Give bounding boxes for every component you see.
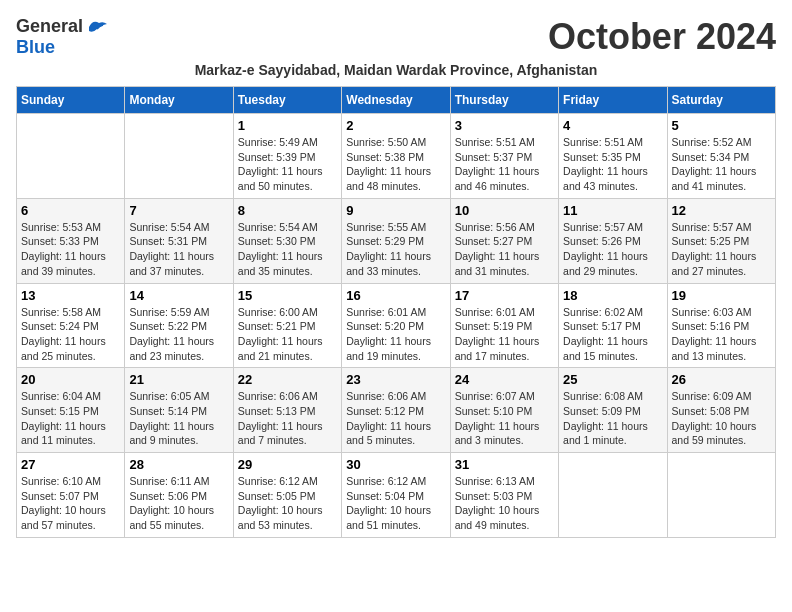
header-monday: Monday	[125, 87, 233, 114]
calendar-cell: 17 Sunrise: 6:01 AM Sunset: 5:19 PM Dayl…	[450, 283, 558, 368]
day-sunrise: Sunrise: 6:01 AM	[346, 306, 426, 318]
page-header: General Blue October 2024	[16, 16, 776, 58]
day-daylight: Daylight: 10 hours and 53 minutes.	[238, 504, 323, 531]
day-number: 3	[455, 118, 554, 133]
calendar-cell: 14 Sunrise: 5:59 AM Sunset: 5:22 PM Dayl…	[125, 283, 233, 368]
calendar-cell: 12 Sunrise: 5:57 AM Sunset: 5:25 PM Dayl…	[667, 198, 775, 283]
day-daylight: Daylight: 11 hours and 39 minutes.	[21, 250, 106, 277]
calendar-cell: 19 Sunrise: 6:03 AM Sunset: 5:16 PM Dayl…	[667, 283, 775, 368]
day-sunrise: Sunrise: 6:11 AM	[129, 475, 209, 487]
day-sunset: Sunset: 5:07 PM	[21, 490, 99, 502]
day-daylight: Daylight: 11 hours and 50 minutes.	[238, 165, 323, 192]
day-sunrise: Sunrise: 6:01 AM	[455, 306, 535, 318]
day-sunset: Sunset: 5:35 PM	[563, 151, 641, 163]
calendar-cell: 26 Sunrise: 6:09 AM Sunset: 5:08 PM Dayl…	[667, 368, 775, 453]
day-daylight: Daylight: 11 hours and 41 minutes.	[672, 165, 757, 192]
day-number: 31	[455, 457, 554, 472]
calendar-cell: 5 Sunrise: 5:52 AM Sunset: 5:34 PM Dayli…	[667, 114, 775, 199]
day-sunset: Sunset: 5:06 PM	[129, 490, 207, 502]
day-sunset: Sunset: 5:16 PM	[672, 320, 750, 332]
day-sunset: Sunset: 5:19 PM	[455, 320, 533, 332]
day-sunset: Sunset: 5:26 PM	[563, 235, 641, 247]
day-daylight: Daylight: 11 hours and 33 minutes.	[346, 250, 431, 277]
calendar-cell: 8 Sunrise: 5:54 AM Sunset: 5:30 PM Dayli…	[233, 198, 341, 283]
day-number: 16	[346, 288, 445, 303]
day-number: 18	[563, 288, 662, 303]
day-number: 12	[672, 203, 771, 218]
week-row-4: 20 Sunrise: 6:04 AM Sunset: 5:15 PM Dayl…	[17, 368, 776, 453]
day-daylight: Daylight: 11 hours and 27 minutes.	[672, 250, 757, 277]
day-sunrise: Sunrise: 6:03 AM	[672, 306, 752, 318]
day-sunrise: Sunrise: 6:00 AM	[238, 306, 318, 318]
day-number: 19	[672, 288, 771, 303]
day-sunset: Sunset: 5:25 PM	[672, 235, 750, 247]
logo-general: General	[16, 16, 83, 37]
day-daylight: Daylight: 11 hours and 19 minutes.	[346, 335, 431, 362]
day-number: 7	[129, 203, 228, 218]
day-sunrise: Sunrise: 5:56 AM	[455, 221, 535, 233]
day-sunset: Sunset: 5:17 PM	[563, 320, 641, 332]
day-number: 23	[346, 372, 445, 387]
day-daylight: Daylight: 11 hours and 46 minutes.	[455, 165, 540, 192]
day-sunrise: Sunrise: 6:13 AM	[455, 475, 535, 487]
calendar-cell: 25 Sunrise: 6:08 AM Sunset: 5:09 PM Dayl…	[559, 368, 667, 453]
day-sunset: Sunset: 5:29 PM	[346, 235, 424, 247]
day-number: 5	[672, 118, 771, 133]
day-sunrise: Sunrise: 6:04 AM	[21, 390, 101, 402]
header-thursday: Thursday	[450, 87, 558, 114]
day-sunset: Sunset: 5:24 PM	[21, 320, 99, 332]
day-sunset: Sunset: 5:14 PM	[129, 405, 207, 417]
calendar-cell: 20 Sunrise: 6:04 AM Sunset: 5:15 PM Dayl…	[17, 368, 125, 453]
day-sunset: Sunset: 5:21 PM	[238, 320, 316, 332]
calendar-cell: 3 Sunrise: 5:51 AM Sunset: 5:37 PM Dayli…	[450, 114, 558, 199]
day-number: 11	[563, 203, 662, 218]
day-number: 29	[238, 457, 337, 472]
day-sunrise: Sunrise: 5:57 AM	[563, 221, 643, 233]
day-daylight: Daylight: 10 hours and 59 minutes.	[672, 420, 757, 447]
week-row-3: 13 Sunrise: 5:58 AM Sunset: 5:24 PM Dayl…	[17, 283, 776, 368]
day-sunrise: Sunrise: 5:52 AM	[672, 136, 752, 148]
calendar-cell: 15 Sunrise: 6:00 AM Sunset: 5:21 PM Dayl…	[233, 283, 341, 368]
day-daylight: Daylight: 11 hours and 13 minutes.	[672, 335, 757, 362]
day-daylight: Daylight: 11 hours and 29 minutes.	[563, 250, 648, 277]
day-sunrise: Sunrise: 6:12 AM	[238, 475, 318, 487]
day-sunset: Sunset: 5:12 PM	[346, 405, 424, 417]
logo-blue: Blue	[16, 37, 55, 57]
calendar-cell: 1 Sunrise: 5:49 AM Sunset: 5:39 PM Dayli…	[233, 114, 341, 199]
calendar-cell: 27 Sunrise: 6:10 AM Sunset: 5:07 PM Dayl…	[17, 453, 125, 538]
day-sunset: Sunset: 5:10 PM	[455, 405, 533, 417]
day-number: 4	[563, 118, 662, 133]
day-number: 10	[455, 203, 554, 218]
day-sunrise: Sunrise: 5:49 AM	[238, 136, 318, 148]
day-sunset: Sunset: 5:39 PM	[238, 151, 316, 163]
week-row-2: 6 Sunrise: 5:53 AM Sunset: 5:33 PM Dayli…	[17, 198, 776, 283]
day-number: 8	[238, 203, 337, 218]
week-row-5: 27 Sunrise: 6:10 AM Sunset: 5:07 PM Dayl…	[17, 453, 776, 538]
day-sunrise: Sunrise: 5:54 AM	[129, 221, 209, 233]
day-sunrise: Sunrise: 5:59 AM	[129, 306, 209, 318]
calendar-cell: 4 Sunrise: 5:51 AM Sunset: 5:35 PM Dayli…	[559, 114, 667, 199]
day-sunset: Sunset: 5:34 PM	[672, 151, 750, 163]
day-sunset: Sunset: 5:27 PM	[455, 235, 533, 247]
day-daylight: Daylight: 11 hours and 9 minutes.	[129, 420, 214, 447]
day-daylight: Daylight: 11 hours and 48 minutes.	[346, 165, 431, 192]
day-daylight: Daylight: 11 hours and 43 minutes.	[563, 165, 648, 192]
calendar-cell: 16 Sunrise: 6:01 AM Sunset: 5:20 PM Dayl…	[342, 283, 450, 368]
day-number: 15	[238, 288, 337, 303]
day-sunset: Sunset: 5:38 PM	[346, 151, 424, 163]
week-row-1: 1 Sunrise: 5:49 AM Sunset: 5:39 PM Dayli…	[17, 114, 776, 199]
day-sunrise: Sunrise: 6:08 AM	[563, 390, 643, 402]
calendar-cell	[125, 114, 233, 199]
day-number: 6	[21, 203, 120, 218]
calendar-header-row: SundayMondayTuesdayWednesdayThursdayFrid…	[17, 87, 776, 114]
day-daylight: Daylight: 11 hours and 17 minutes.	[455, 335, 540, 362]
logo-bird-icon	[85, 19, 107, 35]
day-number: 2	[346, 118, 445, 133]
day-daylight: Daylight: 11 hours and 7 minutes.	[238, 420, 323, 447]
calendar-cell: 6 Sunrise: 5:53 AM Sunset: 5:33 PM Dayli…	[17, 198, 125, 283]
day-sunrise: Sunrise: 6:02 AM	[563, 306, 643, 318]
day-number: 26	[672, 372, 771, 387]
day-daylight: Daylight: 10 hours and 51 minutes.	[346, 504, 431, 531]
day-number: 21	[129, 372, 228, 387]
day-daylight: Daylight: 11 hours and 35 minutes.	[238, 250, 323, 277]
